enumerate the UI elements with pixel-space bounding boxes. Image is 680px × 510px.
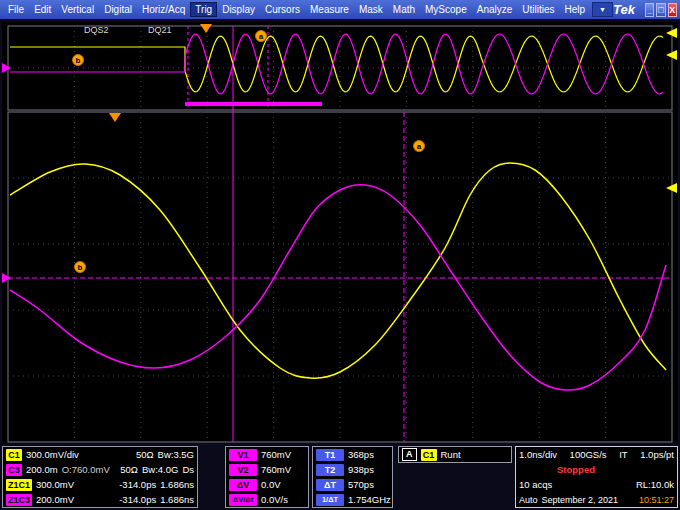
date-value: September 2, 2021 [542, 495, 619, 505]
ch1-impedance: 50Ω [136, 449, 154, 460]
minimize-button[interactable]: _ [645, 3, 654, 17]
menu-item-display[interactable]: Display [217, 2, 260, 17]
timebase-value: 1.0ns/div [519, 449, 557, 460]
tek-logo: Tek [613, 2, 635, 17]
z1c1-badge: Z1C1 [6, 479, 32, 491]
menu-item-analyze[interactable]: Analyze [472, 2, 518, 17]
ch3-ds-flag: Ds [182, 464, 194, 475]
status-bar: C1 300.0mV/div 50Ω Bw:3.5G C3 200.0m O:7… [0, 444, 680, 510]
trigger-position-marker-overview[interactable] [200, 24, 212, 33]
ch3-bandwidth: Bw:4.0G [142, 464, 178, 475]
t-cursor-readout-box: T1 368ps T2 938ps ΔT 570ps 1/ΔT 1.754GHz [312, 446, 393, 508]
sample-rate: 100GS/s [570, 449, 607, 460]
menu-item-trig[interactable]: Trig [190, 2, 217, 17]
ch1-bandwidth: Bw:3.5G [158, 449, 194, 460]
trigger-a-icon: A [402, 448, 417, 461]
delta-t-value: 570ps [348, 479, 374, 490]
cursor-b-marker-overview[interactable]: b [72, 54, 84, 66]
z1c3-timebase: 1.686ns [160, 494, 194, 505]
delta-v-row: ΔV 0.0V [226, 477, 308, 492]
vertical-readout-box: C1 300.0mV/div 50Ω Bw:3.5G C3 200.0m O:7… [2, 446, 198, 508]
ch3-position-marker[interactable] [2, 273, 11, 283]
freq-badge: 1/ΔT [316, 494, 344, 506]
waveform-label-dqs2: DQS2 [84, 25, 109, 35]
menu-item-help[interactable]: Help [560, 2, 591, 17]
waveform-canvas [2, 22, 678, 443]
zoom1-ch3-readout-row: Z1C3 200.0mV -314.0ps 1.686ns [3, 492, 197, 507]
t2-badge: T2 [316, 464, 344, 476]
maximize-button[interactable]: □ [656, 3, 665, 17]
menu-item-mask[interactable]: Mask [354, 2, 388, 17]
acq-status-row: Stopped [516, 462, 677, 477]
time-value: 10:51:27 [639, 495, 674, 505]
menu-item-myscope[interactable]: MyScope [420, 2, 472, 17]
t2-row: T2 938ps [313, 462, 392, 477]
v2-value: 760mV [261, 464, 291, 475]
menu-item-math[interactable]: Math [388, 2, 420, 17]
waveform-label-dq21: DQ21 [148, 25, 172, 35]
datetime-row: Auto September 2, 2021 10:51:27 [516, 492, 677, 507]
ch3-badge: C3 [6, 464, 22, 476]
menu-item-horiz-acq[interactable]: Horiz/Acq [137, 2, 190, 17]
z1c3-position: -314.0ps [119, 494, 156, 505]
ch1-position-arrow[interactable] [666, 183, 677, 193]
v1-row: V1 760mV [226, 447, 308, 462]
ch3-overview-position-arrow[interactable] [666, 50, 677, 60]
dv-dt-row: ΔV/Δt 0.0V/s [226, 492, 308, 507]
z1c1-scale: 300.0mV [36, 479, 74, 490]
close-button[interactable]: X [668, 3, 677, 17]
cursor-a-marker-overview[interactable]: a [255, 30, 267, 42]
acq-mode: IT [619, 449, 627, 460]
ch3-readout-row: C3 200.0m O:760.0mV 50Ω Bw:4.0G Ds [3, 462, 197, 477]
v1-badge: V1 [229, 449, 257, 461]
menu-item-utilities[interactable]: Utilities [517, 2, 559, 17]
trigger-readout-box: A C1 Runt [398, 446, 512, 463]
freq-value: 1.754GHz [348, 494, 391, 505]
z1c1-timebase: 1.686ns [160, 479, 194, 490]
trigger-row: A C1 Runt [399, 447, 511, 462]
t2-value: 938ps [348, 464, 374, 475]
record-length: RL:10.0k [636, 479, 674, 490]
menu-item-digital[interactable]: Digital [99, 2, 137, 17]
ch3-offset: O:760.0mV [62, 464, 110, 475]
freq-row: 1/ΔT 1.754GHz [313, 492, 392, 507]
cursor-a-marker-zoom[interactable]: a [413, 140, 425, 152]
dv-dt-value: 0.0V/s [261, 494, 288, 505]
timebase-row: 1.0ns/div 100GS/s IT 1.0ps/pt [516, 447, 677, 462]
delta-t-badge: ΔT [316, 479, 344, 491]
ch1-readout-row: C1 300.0mV/div 50Ω Bw:3.5G [3, 447, 197, 462]
ch3-overview-position-marker[interactable] [2, 63, 11, 73]
trigger-type: Runt [441, 449, 461, 460]
z1c3-scale: 200.0mV [36, 494, 74, 505]
acq-count: 10 acqs [519, 479, 552, 490]
ch3-impedance: 50Ω [120, 464, 138, 475]
waveform-display[interactable]: DQS2 DQ21 a b a b [2, 22, 678, 443]
delta-v-badge: ΔV [229, 479, 257, 491]
delta-t-row: ΔT 570ps [313, 477, 392, 492]
v1-value: 760mV [261, 449, 291, 460]
z1c3-badge: Z1C3 [6, 494, 32, 506]
ch3-scale: 200.0m [26, 464, 58, 475]
menu-dropdown-button[interactable]: ▼ [592, 2, 613, 17]
menu-item-file[interactable]: File [3, 2, 29, 17]
menu-item-vertical[interactable]: Vertical [56, 2, 99, 17]
z1c1-position: -314.0ps [119, 479, 156, 490]
menu-item-edit[interactable]: Edit [29, 2, 56, 17]
resolution: 1.0ps/pt [640, 449, 674, 460]
ch1-badge: C1 [6, 449, 22, 461]
acq-status: Stopped [519, 464, 595, 475]
t1-value: 368ps [348, 449, 374, 460]
cursor-b-marker-zoom[interactable]: b [74, 261, 86, 273]
trigger-position-marker-zoom[interactable] [109, 113, 121, 122]
horizontal-readout-box: 1.0ns/div 100GS/s IT 1.0ps/pt Stopped 10… [515, 446, 678, 508]
t1-badge: T1 [316, 449, 344, 461]
zoom1-ch1-readout-row: Z1C1 300.0mV -314.0ps 1.686ns [3, 477, 197, 492]
menu-item-cursors[interactable]: Cursors [260, 2, 305, 17]
ch1-overview-position-arrow[interactable] [666, 28, 677, 38]
v2-row: V2 760mV [226, 462, 308, 477]
t1-row: T1 368ps [313, 447, 392, 462]
menu-bar: File Edit Vertical Digital Horiz/Acq Tri… [0, 0, 680, 19]
acq-count-row: 10 acqs RL:10.0k [516, 477, 677, 492]
menu-item-measure[interactable]: Measure [305, 2, 354, 17]
oscilloscope-app: File Edit Vertical Digital Horiz/Acq Tri… [0, 0, 680, 510]
